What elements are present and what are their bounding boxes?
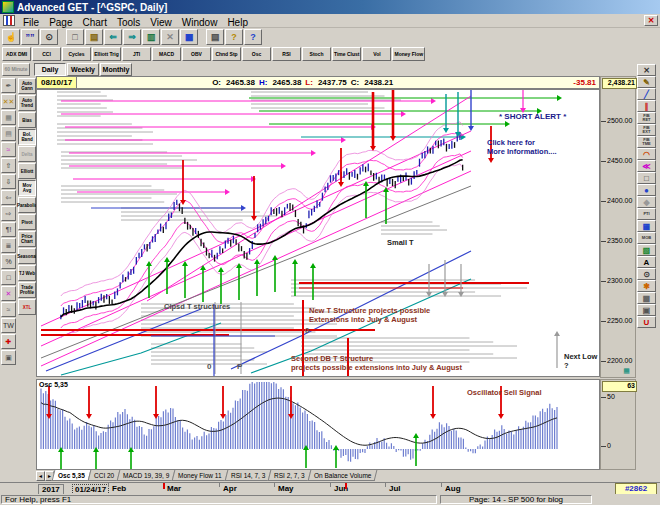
study-button-rsi[interactable]: RSI — [272, 47, 301, 61]
price-chart-canvas[interactable] — [37, 90, 599, 376]
menu-page[interactable]: Page — [44, 17, 77, 28]
dock-study-bias[interactable]: Bias — [18, 112, 36, 128]
fan-lines-button[interactable]: ≪ — [637, 160, 656, 172]
indicator-tab-cci-20[interactable]: CCI 20 — [87, 470, 120, 481]
ellipse-tool-button[interactable]: ● — [637, 184, 656, 196]
indicator-tab-rsi-2-7-3[interactable]: RSI 2, 7, 3 — [268, 470, 311, 481]
lines-tool-button[interactable]: ✕ — [1, 286, 16, 301]
delete-page-button[interactable]: ✕ — [161, 29, 179, 45]
indicator-tab-rsi-14-7-3[interactable]: RSI 14, 7, 3 — [224, 470, 271, 481]
pencil-tool-button[interactable]: ✎ — [637, 76, 656, 88]
page-forward-button[interactable]: ⇒ — [123, 29, 141, 45]
dock-study-price-chart[interactable]: Price Chart — [18, 231, 36, 247]
dock-study-auto-gann[interactable]: Auto Gann — [18, 78, 36, 94]
more-info-link[interactable]: Click here for More Information.... — [487, 138, 557, 156]
menu-chart[interactable]: Chart — [77, 17, 111, 28]
window-copy-button[interactable]: ▣ — [1, 350, 16, 365]
red-cross-button[interactable]: ✚ — [1, 334, 16, 349]
indicator-tab-money-flow-11[interactable]: Money Flow 11 — [172, 470, 228, 481]
pilcrow-tool-button[interactable]: ¶! — [1, 222, 16, 237]
menu-view[interactable]: View — [145, 17, 177, 28]
axis-settings-icon[interactable]: ▦ — [620, 366, 633, 375]
timeframe-daily-tab[interactable]: Daily — [34, 63, 66, 76]
percent-tool-button[interactable]: % — [1, 254, 16, 269]
chart-wizard-button[interactable]: ▦ — [180, 29, 198, 45]
delete-tool-button[interactable]: ✕ — [637, 64, 656, 76]
gann-grid-button[interactable]: ▦ — [1, 110, 16, 125]
study-button-obv[interactable]: OBV — [182, 47, 211, 61]
dock-study-mov-avg[interactable]: Mov Avg — [18, 180, 36, 196]
elliott-wave-button[interactable]: ≈ — [1, 142, 16, 157]
dock-study-tj-web[interactable]: TJ Web — [18, 265, 36, 281]
study-button-cci[interactable]: CCI — [32, 47, 61, 61]
right-arrow-button[interactable]: ⇨ — [1, 206, 16, 221]
pen-tool-button[interactable]: ✒ — [1, 78, 16, 93]
menu-help[interactable]: Help — [222, 17, 253, 28]
dock-study-bol-band[interactable]: Bol. Band — [18, 129, 36, 145]
dock-study-elliott[interactable]: Elliott — [18, 163, 36, 179]
close-chart-button[interactable]: ✕ — [644, 15, 658, 26]
context-help-button[interactable]: ? — [244, 29, 262, 45]
mob-button[interactable]: MOB — [637, 232, 656, 244]
study-button-cycles[interactable]: Cycles — [62, 47, 91, 61]
study-button-jti[interactable]: JTI — [122, 47, 151, 61]
hand-tool-button[interactable]: ☝ — [2, 29, 20, 45]
study-button-money-flow[interactable]: Money Flow — [392, 47, 425, 61]
menu-window[interactable]: Window — [177, 17, 223, 28]
copy-page-button[interactable]: ▥ — [142, 29, 160, 45]
study-button-macd[interactable]: MACD — [152, 47, 181, 61]
fib-time-button[interactable]: FIB TME — [637, 136, 656, 148]
indicator-tab-on-balance-volume[interactable]: On Balance Volume — [308, 470, 378, 481]
study-button-stoch[interactable]: Stoch — [302, 47, 331, 61]
waves-button[interactable]: ≈ — [1, 302, 16, 317]
rectangle-tool-button[interactable]: □ — [637, 172, 656, 184]
zoom-tool-button[interactable]: ⊙ — [637, 268, 656, 280]
left-arrow-button[interactable]: ⇦ — [1, 190, 16, 205]
print-button[interactable]: ▤ — [206, 29, 224, 45]
color-palette-button[interactable]: ✱ — [637, 280, 656, 292]
scroll-left-button[interactable]: ◄ — [36, 471, 45, 481]
rectangle-draw-button[interactable]: □ — [1, 270, 16, 285]
indicator-tab-macd-19-39-9[interactable]: MACD 19, 39, 9 — [117, 470, 176, 481]
parallel-lines-button[interactable]: ∥ — [637, 100, 656, 112]
candle-tool-button[interactable]: ≣ — [1, 238, 16, 253]
fib-extension-button[interactable]: FIB EXT — [637, 124, 656, 136]
study-button-osc[interactable]: Osc — [242, 47, 271, 61]
dock-study-parabolic[interactable]: Parabolic — [18, 197, 36, 213]
study-button-elliott-trig[interactable]: Elliott Trig — [92, 47, 121, 61]
expert-analysis-button[interactable]: ▧ — [637, 244, 656, 256]
trendline-tool-button[interactable]: ╱ — [637, 88, 656, 100]
expert-eyes-button[interactable]: ✕✕ — [1, 94, 16, 109]
oscillator-panel[interactable]: Osc 5,35Oscillator Sell Signal — [36, 379, 600, 470]
up-arrow-button[interactable]: ⇧ — [1, 158, 16, 173]
text-tool-button[interactable]: A — [637, 256, 656, 268]
timeframe-weekly-tab[interactable]: Weekly — [67, 63, 99, 76]
indicator-tab-osc-5-35[interactable]: Osc 5,35 — [52, 470, 91, 481]
open-folder-button[interactable]: ▤ — [85, 29, 103, 45]
gann-circle-button[interactable]: ◠ — [637, 148, 656, 160]
study-button-chnd-stp[interactable]: Chnd Stp — [212, 47, 241, 61]
dock-study-xtl[interactable]: XTL — [18, 299, 36, 315]
down-arrow-button[interactable]: ⇩ — [1, 174, 16, 189]
dock-study-trade-profile[interactable]: Trade Profile — [18, 282, 36, 298]
pti-button[interactable]: PTI — [637, 208, 656, 220]
dock-study-auto-trend[interactable]: Auto Trend — [18, 95, 36, 111]
study-button-adx-dmi[interactable]: ADX DMI — [2, 47, 31, 61]
price-axis[interactable]: 2,438.21 ▦ 2500.002450.002400.002350.002… — [600, 76, 636, 378]
price-chart-panel[interactable]: * SHORT ALERT *Click here for More Infor… — [36, 89, 600, 377]
new-page-button[interactable]: □ — [66, 29, 84, 45]
page-back-button[interactable]: ⇐ — [104, 29, 122, 45]
date-axis-row[interactable]: 2017 01/24/17 #2862 FebMarAprMayJunJulAu… — [0, 482, 660, 494]
copy-window-button[interactable]: ▣ — [637, 304, 656, 316]
help-button[interactable]: ? — [225, 29, 243, 45]
undo-button[interactable]: U — [637, 316, 656, 328]
study-button-time-clust[interactable]: Time Clust — [332, 47, 361, 61]
eraser-tool-button[interactable]: ◆ — [637, 196, 656, 208]
fib-retracement-button[interactable]: FIB RET — [637, 112, 656, 124]
dock-study-pivot[interactable]: Pivot — [18, 214, 36, 230]
chart-document-icon[interactable] — [3, 15, 15, 26]
tw-tool-button[interactable]: TW — [1, 318, 16, 333]
grid-tool-button[interactable]: ▦ — [637, 220, 656, 232]
dock-study-seasonal[interactable]: Seasonal — [18, 248, 36, 264]
ruler-button[interactable]: ▤ — [1, 126, 16, 141]
